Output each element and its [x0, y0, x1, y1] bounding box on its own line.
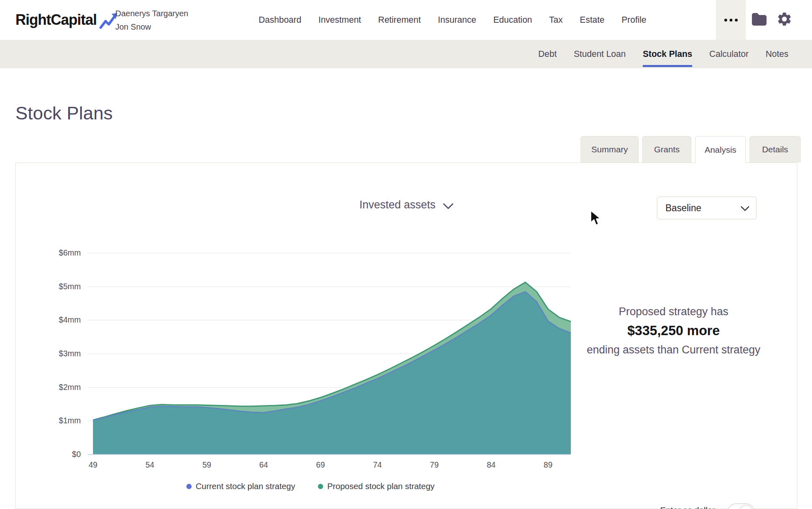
client-primary: Daenerys Targaryen: [115, 7, 188, 20]
y-tick-label: $6mm: [40, 248, 81, 258]
y-tick-label: $5mm: [40, 282, 81, 291]
summary-prefix: Proposed strategy has: [584, 303, 763, 320]
nav-dashboard[interactable]: Dashboard: [259, 15, 301, 25]
metric-label: Invested assets: [359, 199, 436, 211]
legend-proposed[interactable]: Proposed stock plan strategy: [318, 481, 434, 491]
x-tick-label: 84: [479, 460, 503, 470]
summary-amount: $335,250 more: [584, 320, 763, 342]
tab-grants[interactable]: Grants: [642, 136, 691, 162]
subnav-debt[interactable]: Debt: [538, 40, 557, 68]
y-tick-label: $1mm: [40, 416, 81, 425]
summary-suffix: ending assets than Current strategy: [584, 342, 763, 358]
main-nav: Dashboard Investment Retirement Insuranc…: [259, 0, 646, 40]
documents-button[interactable]: [747, 0, 771, 40]
analysis-panel: Invested assets Baseline $6mm$5mm$4mm$3m…: [15, 162, 797, 509]
chevron-down-icon: [741, 203, 749, 214]
page-title: Stock Plans: [15, 103, 113, 124]
chevron-down-icon: [436, 199, 454, 211]
nav-estate[interactable]: Estate: [580, 15, 605, 25]
x-tick-label: 49: [81, 460, 105, 470]
chart-legend: Current stock plan strategy Proposed sto…: [186, 481, 434, 491]
tab-details[interactable]: Details: [749, 136, 801, 162]
client-secondary: Jon Snow: [115, 20, 188, 34]
scenario-select[interactable]: Baseline: [657, 197, 756, 219]
x-tick-label: 74: [365, 460, 390, 470]
gear-icon: [776, 11, 793, 29]
y-tick-label: $3mm: [40, 349, 81, 358]
nav-profile[interactable]: Profile: [622, 15, 646, 25]
more-menu-button[interactable]: [716, 0, 746, 40]
settings-button[interactable]: [772, 0, 797, 40]
x-tick-label: 64: [251, 460, 276, 470]
tab-summary[interactable]: Summary: [581, 136, 639, 162]
x-tick-label: 79: [422, 460, 447, 470]
top-nav: RightCapital Daenerys Targaryen Jon Snow…: [0, 0, 812, 40]
legend-dot-proposed: [318, 484, 323, 489]
x-tick-label: 89: [536, 460, 560, 470]
subnav-student-loan[interactable]: Student Loan: [574, 40, 626, 68]
tab-bar: Summary Grants Analysis Details: [581, 136, 801, 163]
toggle-knob: [739, 505, 753, 509]
dollar-toggle[interactable]: [727, 503, 755, 509]
folder-icon: [751, 12, 767, 28]
toggle-label: Enter as dollar: [660, 505, 715, 509]
tab-analysis[interactable]: Analysis: [695, 136, 746, 163]
legend-dot-current: [186, 484, 192, 489]
subnav-calculator[interactable]: Calculator: [709, 40, 749, 68]
x-tick-label: 54: [138, 460, 162, 470]
strategy-summary: Proposed strategy has $335,250 more endi…: [584, 303, 763, 358]
nav-tax[interactable]: Tax: [549, 15, 563, 25]
y-tick-label: $4mm: [40, 315, 81, 325]
module-subnav: Debt Student Loan Stock Plans Calculator…: [0, 40, 812, 68]
subnav-stock-plans[interactable]: Stock Plans: [643, 40, 692, 68]
nav-insurance[interactable]: Insurance: [438, 15, 476, 25]
subnav-notes[interactable]: Notes: [766, 40, 788, 68]
y-tick-label: $2mm: [40, 383, 81, 392]
brand-name: RightCapital: [15, 11, 97, 29]
scenario-value: Baseline: [665, 203, 701, 214]
x-tick-label: 69: [308, 460, 333, 470]
ellipsis-icon: [724, 19, 727, 22]
client-selector[interactable]: Daenerys Targaryen Jon Snow: [115, 7, 188, 34]
x-tick-label: 59: [194, 460, 219, 470]
brand-logo[interactable]: RightCapital: [15, 11, 119, 32]
legend-current[interactable]: Current stock plan strategy: [186, 481, 295, 491]
nav-education[interactable]: Education: [493, 15, 532, 25]
nav-retirement[interactable]: Retirement: [378, 15, 421, 25]
nav-investment[interactable]: Investment: [318, 15, 361, 25]
active-underline: [643, 65, 692, 67]
y-tick-label: $0: [40, 450, 81, 459]
